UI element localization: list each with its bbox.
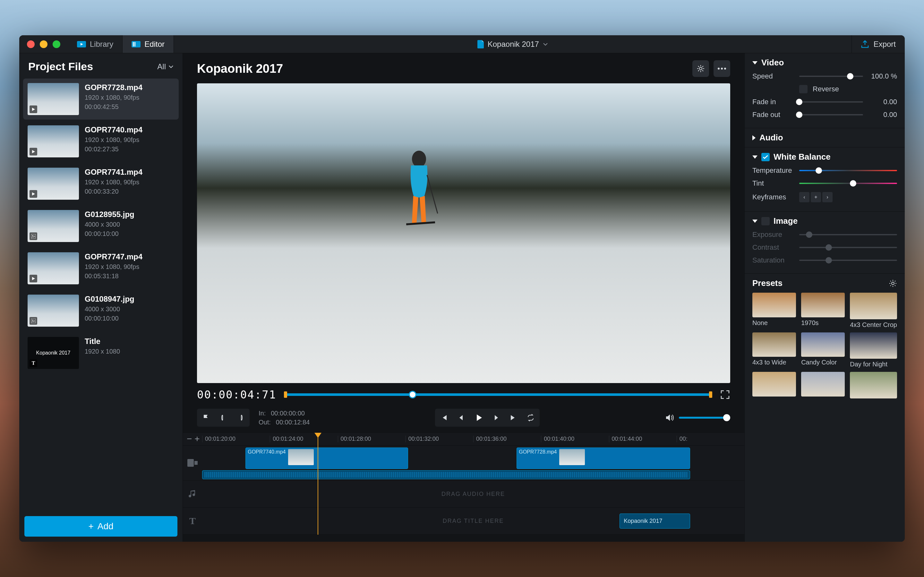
step-forward-button[interactable] bbox=[488, 410, 504, 425]
volume-handle[interactable] bbox=[723, 414, 730, 421]
add-button[interactable]: + Add bbox=[24, 516, 178, 537]
title-track-content[interactable]: DRAG TITLE HERE Kopaonik 2017 bbox=[202, 508, 744, 534]
fadeout-value: 0.00 bbox=[868, 111, 897, 119]
scrub-handle[interactable] bbox=[409, 391, 417, 398]
out-point-marker[interactable] bbox=[709, 392, 712, 398]
in-point-marker[interactable] bbox=[284, 392, 287, 398]
export-label: Export bbox=[874, 40, 896, 49]
preset-item[interactable] bbox=[801, 372, 845, 400]
playhead[interactable] bbox=[318, 433, 318, 535]
contrast-slider[interactable] bbox=[799, 247, 897, 248]
audio-track[interactable]: DRAG AUDIO HERE bbox=[183, 481, 744, 508]
audio-track-content[interactable]: DRAG AUDIO HERE bbox=[202, 481, 744, 508]
video-section-header[interactable]: Video bbox=[752, 58, 897, 68]
file-item[interactable]: G0128955.jpg 4000 x 3000 00:00:10:00 bbox=[23, 205, 179, 247]
temperature-handle[interactable] bbox=[816, 167, 822, 174]
prev-keyframe-button[interactable]: ‹ bbox=[799, 192, 809, 202]
exposure-handle[interactable] bbox=[806, 231, 813, 238]
contrast-handle[interactable] bbox=[825, 244, 832, 251]
image-section-header[interactable]: Image bbox=[752, 216, 897, 226]
document-title[interactable]: Kopaonik 2017 bbox=[174, 40, 851, 49]
image-checkbox[interactable] bbox=[761, 217, 770, 226]
saturation-slider[interactable] bbox=[799, 259, 897, 261]
go-to-start-button[interactable] bbox=[436, 410, 452, 425]
file-item[interactable]: GOPR7740.mp4 1920 x 1080, 90fps 00:02:27… bbox=[23, 121, 179, 162]
file-item[interactable]: GOPR7728.mp4 1920 x 1080, 90fps 00:00:42… bbox=[23, 79, 179, 119]
speed-slider[interactable] bbox=[799, 76, 863, 77]
volume-slider[interactable] bbox=[679, 417, 730, 419]
settings-button[interactable] bbox=[692, 60, 709, 77]
set-out-button[interactable] bbox=[233, 410, 248, 425]
file-item[interactable]: GOPR7741.mp4 1920 x 1080, 90fps 00:00:33… bbox=[23, 163, 179, 204]
step-back-icon bbox=[457, 414, 465, 422]
timeline-tracks: GOPR7740.mp4GOPR7728.mp4 DRAG AUDIO HERE… bbox=[183, 446, 744, 535]
tab-editor[interactable]: Editor bbox=[123, 35, 174, 53]
presets-settings-button[interactable] bbox=[889, 279, 897, 287]
tab-library[interactable]: Library bbox=[68, 35, 123, 53]
scrub-bar[interactable] bbox=[284, 393, 712, 396]
preset-item[interactable]: None bbox=[752, 293, 796, 329]
out-label: Out: bbox=[258, 418, 271, 427]
video-clip[interactable]: GOPR7740.mp4 bbox=[246, 448, 408, 469]
reverse-checkbox[interactable] bbox=[799, 85, 808, 93]
white-balance-section-header[interactable]: White Balance bbox=[752, 152, 897, 162]
timeline-ruler[interactable]: − + 00:01:20:0000:01:24:0000:01:28:0000:… bbox=[183, 433, 744, 446]
next-keyframe-button[interactable]: › bbox=[822, 192, 833, 202]
preset-item[interactable]: 4x3 to Wide bbox=[752, 332, 796, 368]
svg-rect-17 bbox=[194, 461, 198, 465]
zoom-in-button[interactable]: + bbox=[194, 434, 200, 444]
go-to-end-button[interactable] bbox=[506, 410, 521, 425]
preset-item[interactable]: 4x3 Center Crop bbox=[850, 293, 897, 329]
speaker-icon[interactable] bbox=[665, 413, 674, 422]
fadein-handle[interactable] bbox=[796, 99, 803, 105]
close-window-button[interactable] bbox=[27, 40, 35, 48]
title-track[interactable]: T DRAG TITLE HERE Kopaonik 2017 bbox=[183, 508, 744, 535]
maximize-window-button[interactable] bbox=[53, 40, 60, 48]
clip-label: GOPR7728.mp4 bbox=[519, 449, 557, 455]
preset-item[interactable]: Candy Color bbox=[801, 332, 845, 368]
more-button[interactable] bbox=[714, 60, 730, 77]
speed-handle[interactable] bbox=[847, 73, 853, 79]
svg-rect-4 bbox=[134, 42, 136, 47]
temperature-slider[interactable] bbox=[799, 170, 897, 171]
ruler-ticks[interactable]: 00:01:20:0000:01:24:0000:01:28:0000:01:3… bbox=[202, 436, 744, 442]
video-track[interactable]: GOPR7740.mp4GOPR7728.mp4 bbox=[183, 446, 744, 481]
title-clip[interactable]: Kopaonik 2017 bbox=[620, 514, 690, 529]
video-section: Video Speed 100.0 % Reverse Fade in 0.00 bbox=[745, 53, 905, 128]
white-balance-checkbox[interactable] bbox=[761, 153, 770, 161]
ruler-tick: 00:01:24:00 bbox=[270, 436, 338, 442]
exposure-slider[interactable] bbox=[799, 234, 897, 235]
audio-waveform-clip[interactable] bbox=[202, 470, 690, 479]
fadeout-slider[interactable] bbox=[799, 114, 863, 115]
tint-slider[interactable] bbox=[799, 183, 897, 184]
add-keyframe-button[interactable]: + bbox=[811, 192, 821, 202]
export-button[interactable]: Export bbox=[851, 35, 905, 53]
video-track-content[interactable]: GOPR7740.mp4GOPR7728.mp4 bbox=[202, 446, 744, 480]
minimize-window-button[interactable] bbox=[40, 40, 47, 48]
loop-button[interactable] bbox=[523, 410, 538, 425]
file-list[interactable]: GOPR7728.mp4 1920 x 1080, 90fps 00:00:42… bbox=[19, 79, 183, 511]
play-button[interactable] bbox=[471, 410, 486, 425]
svg-point-6 bbox=[32, 235, 33, 236]
file-item[interactable]: GOPR7747.mp4 1920 x 1080, 90fps 00:05:31… bbox=[23, 248, 179, 289]
audio-section-header[interactable]: Audio bbox=[752, 133, 897, 143]
preset-label: None bbox=[752, 319, 796, 327]
fullscreen-button[interactable] bbox=[720, 390, 730, 400]
add-marker-button[interactable] bbox=[198, 410, 214, 425]
saturation-handle[interactable] bbox=[825, 257, 832, 263]
preset-item[interactable] bbox=[752, 372, 796, 400]
zoom-out-button[interactable]: − bbox=[187, 434, 192, 444]
fadein-slider[interactable] bbox=[799, 101, 863, 103]
video-preview[interactable] bbox=[197, 83, 730, 383]
tint-handle[interactable] bbox=[850, 180, 856, 187]
video-clip[interactable]: GOPR7728.mp4 bbox=[517, 448, 690, 469]
preset-item[interactable] bbox=[850, 372, 897, 400]
file-filter-dropdown[interactable]: All bbox=[157, 62, 174, 71]
file-item[interactable]: Kopaonik 2017TTitle 1920 x 1080 bbox=[23, 332, 179, 374]
preset-item[interactable]: 1970s bbox=[801, 293, 845, 329]
file-item[interactable]: G0108947.jpg 4000 x 3000 00:00:10:00 bbox=[23, 290, 179, 331]
preset-item[interactable]: Day for Night bbox=[850, 332, 897, 368]
fadeout-handle[interactable] bbox=[796, 111, 803, 118]
set-in-button[interactable] bbox=[216, 410, 231, 425]
step-back-button[interactable] bbox=[454, 410, 469, 425]
